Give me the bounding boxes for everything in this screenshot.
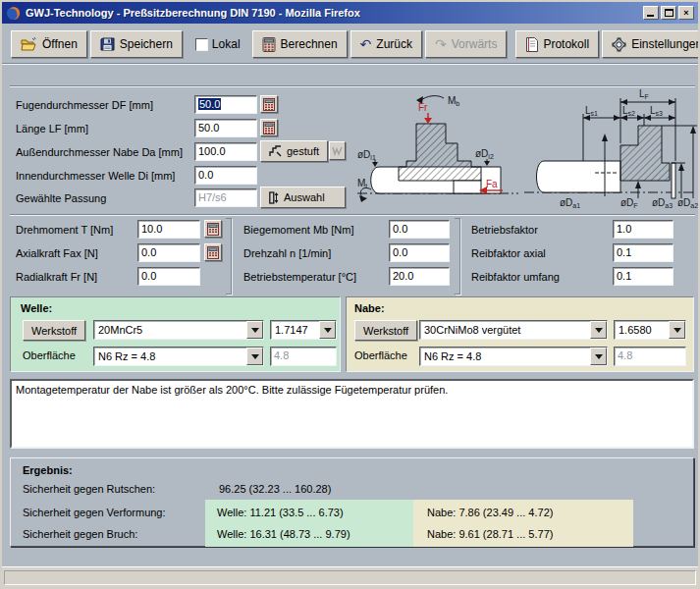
open-button[interactable]: Öffnen (11, 30, 87, 58)
chevron-down-icon[interactable] (246, 348, 263, 365)
biegemoment-label: Biegemoment Mb [Nm] (243, 224, 353, 236)
hub-werkstoff-button[interactable]: Werkstoff (354, 320, 417, 341)
axialkraft-calc-button[interactable] (204, 243, 222, 261)
curve-icon (332, 145, 343, 156)
stepped-shape-icon (269, 145, 282, 157)
betriebsfaktor-input[interactable]: 1.0 (613, 220, 673, 239)
reibfaktor-umfang-input[interactable]: 0.1 (613, 267, 673, 286)
local-checkbox-group: Lokal (195, 37, 241, 51)
shaft-panel: Welle: Werkstoff 20MnCr5 1.7147 Oberfläc… (10, 296, 341, 372)
shaft-surface-label: Oberfläche (23, 349, 76, 361)
hub-material-select[interactable]: 30CrNiMo8 vergütet (419, 320, 608, 340)
laenge-calc-button[interactable] (260, 119, 278, 136)
warning-message: Montagetemperatur der Nabe ist größer al… (16, 384, 448, 396)
toolbar: Öffnen Speichern Lokal (2, 27, 698, 61)
hub-surface-select[interactable]: N6 Rz = 4.8 (419, 347, 608, 366)
svg-text:øDi1: øDi1 (357, 149, 376, 161)
hub-shaft-loads-diagram: Mb Fr øDi1 øDi2 Mt Fa (355, 88, 522, 210)
svg-text:Fr: Fr (418, 102, 428, 113)
shaft-material-select[interactable]: 20MnCr5 (93, 320, 264, 340)
window-controls: × (643, 6, 694, 20)
auswahl-button[interactable]: Auswahl (260, 187, 346, 208)
app-window: GWJ-Technology - Preßsitzberechnung DIN … (0, 0, 700, 589)
open-folder-icon (21, 37, 37, 51)
reibfaktor-axial-input[interactable]: 0.1 (613, 243, 673, 262)
drehmoment-calc-button[interactable] (204, 220, 222, 238)
chevron-down-icon[interactable] (590, 348, 607, 365)
message-box[interactable]: Montagetemperatur der Nabe ist größer al… (10, 379, 694, 449)
shaft-surface-select[interactable]: N6 Rz = 4.8 (93, 347, 264, 366)
deformation-safety-shaft: Welle: 11.21 (33.5 ... 6.73) (217, 507, 344, 518)
shaft-panel-title: Welle: (21, 302, 52, 314)
passung-input: H7/s6 (194, 188, 257, 207)
svg-text:øDi2: øDi2 (475, 148, 494, 160)
chevron-down-icon[interactable] (590, 321, 607, 339)
svg-text:øDa2: øDa2 (677, 197, 698, 209)
loads-separator-2 (455, 218, 460, 294)
drehmoment-input[interactable]: 10.0 (137, 220, 200, 239)
chevron-down-icon[interactable] (246, 321, 263, 339)
calculator-small-icon (207, 246, 219, 259)
minimize-button[interactable] (643, 6, 659, 20)
window-title: GWJ-Technology - Preßsitzberechnung DIN … (26, 7, 643, 19)
floppy-disk-icon (100, 37, 115, 51)
back-arrow-icon: ↶ (360, 39, 372, 49)
hub-panel-title: Nabe: (354, 302, 385, 314)
gestuft-button[interactable]: gestuft (260, 140, 328, 162)
results-panel: Ergebnis: Sicherheit gegen Rutschen: 96.… (10, 457, 694, 547)
title-bar: GWJ-Technology - Preßsitzberechnung DIN … (2, 2, 698, 24)
fugendurchmesser-calc-button[interactable] (260, 95, 278, 113)
back-button[interactable]: ↶ Zurück (350, 30, 422, 58)
protocol-button[interactable]: Protokoll (515, 30, 599, 58)
reibfaktor-umfang-label: Reibfaktor umfang (471, 271, 560, 283)
plot-button-disabled (329, 141, 346, 160)
shaft-material-number-select[interactable]: 1.7147 (270, 320, 337, 340)
chevron-down-icon[interactable] (669, 321, 685, 339)
svg-text:Ls3: Ls3 (650, 105, 663, 117)
svg-text:Mb: Mb (448, 95, 459, 107)
settings-button[interactable]: Einstellungen (602, 30, 700, 58)
radialkraft-input[interactable]: 0.0 (137, 267, 200, 286)
close-button[interactable]: × (678, 6, 694, 20)
fugendurchmesser-input[interactable]: 50.0 (194, 95, 257, 114)
break-safety-hub: Nabe: 9.61 (28.71 ... 5.77) (427, 528, 553, 540)
maximize-button[interactable] (661, 6, 676, 20)
hub-shaft-dimensions-diagram: LF Ls1 Ls2 Ls3 øDa1 øDF øDa3 øDa2 (522, 86, 699, 210)
drehzahl-input[interactable]: 0.0 (389, 243, 450, 262)
chevron-down-icon[interactable] (319, 321, 336, 339)
aussendurchmesser-input[interactable]: 100.0 (194, 142, 257, 161)
laenge-input[interactable]: 50.0 (194, 119, 257, 137)
biegemoment-input[interactable]: 0.0 (389, 220, 450, 239)
betriebstemperatur-input[interactable]: 20.0 (389, 267, 450, 286)
break-safety-label: Sicherheit gegen Bruch: (23, 528, 137, 540)
shaft-roughness-value: 4.8 (270, 347, 337, 366)
forward-arrow-icon: ↷ (435, 39, 447, 49)
results-title: Ergebnis: (23, 464, 73, 476)
calculator-small-icon (263, 98, 275, 111)
axialkraft-label: Axialkraft Fax [N] (16, 247, 98, 259)
status-text (4, 570, 696, 585)
svg-text:Fa: Fa (486, 179, 498, 189)
slip-safety-value: 96.25 (32.23 ... 160.28) (219, 483, 331, 495)
radialkraft-label: Radialkraft Fr [N] (16, 271, 97, 283)
calculator-small-icon (263, 122, 275, 134)
fugendurchmesser-label: Fugendurchmesser DF [mm] (16, 99, 153, 111)
drehzahl-label: Drehzahl n [1/min] (243, 247, 331, 259)
innendurchmesser-input[interactable]: 0.0 (194, 166, 257, 185)
svg-text:Ls2: Ls2 (622, 105, 635, 117)
local-checkbox[interactable] (195, 38, 208, 51)
status-bar (2, 566, 698, 587)
shaft-werkstoff-button[interactable]: Werkstoff (23, 320, 85, 341)
axialkraft-input[interactable]: 0.0 (137, 243, 200, 262)
save-button[interactable]: Speichern (90, 30, 183, 58)
drehmoment-label: Drehmoment T [Nm] (16, 224, 113, 236)
local-checkbox-label: Lokal (212, 37, 241, 51)
firefox-icon (6, 6, 21, 21)
hub-surface-label: Oberfläche (354, 349, 407, 361)
svg-text:øDa1: øDa1 (560, 197, 580, 209)
svg-text:Ls1: Ls1 (585, 105, 598, 117)
calculate-button[interactable]: Berechnen (252, 30, 348, 58)
betriebstemperatur-label: Betriebstemperatur [°C] (243, 271, 356, 283)
hub-material-number-select[interactable]: 1.6580 (614, 320, 686, 340)
hub-roughness-value: 4.8 (614, 347, 686, 366)
